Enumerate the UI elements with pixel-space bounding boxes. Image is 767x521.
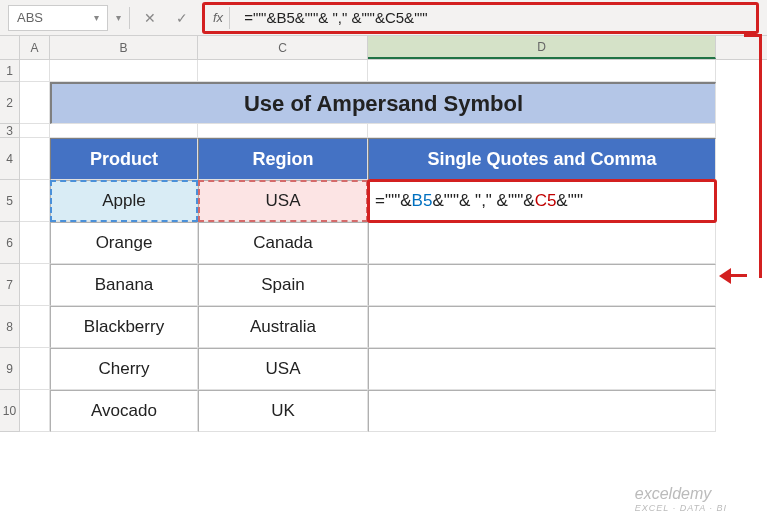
cell-D8[interactable] bbox=[368, 306, 716, 348]
cell-formula-display: ="'"&B5&"'"& "," &"'"&C5&"'" bbox=[369, 191, 715, 211]
name-box-value: ABS bbox=[17, 10, 43, 25]
row-header-2[interactable]: 2 bbox=[0, 82, 20, 124]
row-2: 2 Use of Ampersand Symbol bbox=[0, 82, 767, 124]
row-8: 8 Blackberry Australia bbox=[0, 306, 767, 348]
name-box[interactable]: ABS ▾ bbox=[8, 5, 108, 31]
row-header-1[interactable]: 1 bbox=[0, 60, 20, 82]
cell-B7[interactable]: Banana bbox=[50, 264, 198, 306]
cell-A10[interactable] bbox=[20, 390, 50, 432]
header-result[interactable]: Single Quotes and Comma bbox=[368, 138, 716, 180]
row-header-9[interactable]: 9 bbox=[0, 348, 20, 390]
title-cell[interactable]: Use of Ampersand Symbol bbox=[50, 82, 716, 124]
cell-A1[interactable] bbox=[20, 60, 50, 82]
divider bbox=[129, 7, 130, 29]
formula-bar-input[interactable]: ="'"&B5&"'"& "," &"'"&C5&"'" bbox=[236, 5, 752, 31]
cell-A7[interactable] bbox=[20, 264, 50, 306]
row-7: 7 Banana Spain bbox=[0, 264, 767, 306]
row-3: 3 bbox=[0, 124, 767, 138]
cell-A5[interactable] bbox=[20, 180, 50, 222]
annotation-arrow-head bbox=[719, 268, 731, 284]
cell-C6[interactable]: Canada bbox=[198, 222, 368, 264]
chevron-down-icon[interactable]: ▾ bbox=[116, 12, 121, 23]
cell-A6[interactable] bbox=[20, 222, 50, 264]
cell-C10[interactable]: UK bbox=[198, 390, 368, 432]
cell-C1[interactable] bbox=[198, 60, 368, 82]
cell-B3[interactable] bbox=[50, 124, 198, 138]
cell-B6[interactable]: Orange bbox=[50, 222, 198, 264]
row-header-5[interactable]: 5 bbox=[0, 180, 20, 222]
confirm-icon[interactable]: ✓ bbox=[170, 6, 194, 30]
cell-C5[interactable]: USA bbox=[198, 180, 368, 222]
cell-A8[interactable] bbox=[20, 306, 50, 348]
row-header-4[interactable]: 4 bbox=[0, 138, 20, 180]
col-header-D[interactable]: D bbox=[368, 36, 716, 59]
row-1: 1 bbox=[0, 60, 767, 82]
col-header-C[interactable]: C bbox=[198, 36, 368, 59]
cell-A3[interactable] bbox=[20, 124, 50, 138]
cell-D1[interactable] bbox=[368, 60, 716, 82]
spreadsheet-grid[interactable]: A B C D 1 2 Use of Ampersand Symbol 3 4 … bbox=[0, 36, 767, 432]
cell-C3[interactable] bbox=[198, 124, 368, 138]
cell-B9[interactable]: Cherry bbox=[50, 348, 198, 390]
col-header-B[interactable]: B bbox=[50, 36, 198, 59]
cell-C8[interactable]: Australia bbox=[198, 306, 368, 348]
fx-label: fx bbox=[213, 10, 223, 25]
row-9: 9 Cherry USA bbox=[0, 348, 767, 390]
formula-bar-highlight: fx ="'"&B5&"'"& "," &"'"&C5&"'" bbox=[202, 2, 759, 34]
formula-toolbar: ABS ▾ ▾ ✕ ✓ fx ="'"&B5&"'"& "," &"'"&C5&… bbox=[0, 0, 767, 36]
row-header-7[interactable]: 7 bbox=[0, 264, 20, 306]
row-6: 6 Orange Canada bbox=[0, 222, 767, 264]
cell-A4[interactable] bbox=[20, 138, 50, 180]
row-header-8[interactable]: 8 bbox=[0, 306, 20, 348]
cancel-icon[interactable]: ✕ bbox=[138, 6, 162, 30]
header-region[interactable]: Region bbox=[198, 138, 368, 180]
col-header-A[interactable]: A bbox=[20, 36, 50, 59]
cell-D7[interactable] bbox=[368, 264, 716, 306]
header-product[interactable]: Product bbox=[50, 138, 198, 180]
chevron-down-icon[interactable]: ▾ bbox=[94, 12, 99, 23]
cell-D3[interactable] bbox=[368, 124, 716, 138]
divider bbox=[229, 7, 230, 29]
cell-B10[interactable]: Avocado bbox=[50, 390, 198, 432]
formula-bar-text: ="'"&B5&"'"& "," &"'"&C5&"'" bbox=[244, 9, 428, 26]
row-10: 10 Avocado UK bbox=[0, 390, 767, 432]
row-header-10[interactable]: 10 bbox=[0, 390, 20, 432]
row-4: 4 Product Region Single Quotes and Comma bbox=[0, 138, 767, 180]
select-all-corner[interactable] bbox=[0, 36, 20, 59]
cell-B8[interactable]: Blackberry bbox=[50, 306, 198, 348]
cell-A2[interactable] bbox=[20, 82, 50, 124]
cell-B5[interactable]: Apple bbox=[50, 180, 198, 222]
row-5: 5 Apple USA ="'"&B5&"'"& "," &"'"&C5&"'" bbox=[0, 180, 767, 222]
cell-D6[interactable] bbox=[368, 222, 716, 264]
cell-D9[interactable] bbox=[368, 348, 716, 390]
cell-D5-active[interactable]: ="'"&B5&"'"& "," &"'"&C5&"'" bbox=[368, 180, 716, 222]
title-text: Use of Ampersand Symbol bbox=[244, 91, 523, 117]
cell-C7[interactable]: Spain bbox=[198, 264, 368, 306]
row-header-6[interactable]: 6 bbox=[0, 222, 20, 264]
watermark: exceldemy EXCEL · DATA · BI bbox=[635, 485, 727, 513]
cell-A9[interactable] bbox=[20, 348, 50, 390]
row-header-3[interactable]: 3 bbox=[0, 124, 20, 138]
cell-C9[interactable]: USA bbox=[198, 348, 368, 390]
column-headers: A B C D bbox=[0, 36, 767, 60]
cell-D10[interactable] bbox=[368, 390, 716, 432]
cell-B1[interactable] bbox=[50, 60, 198, 82]
